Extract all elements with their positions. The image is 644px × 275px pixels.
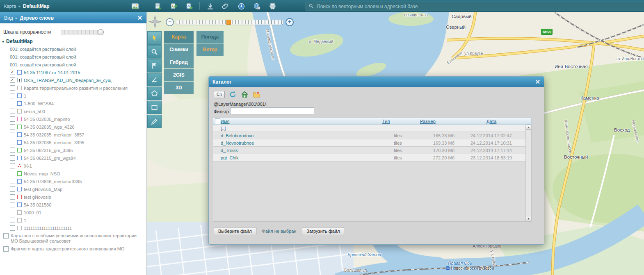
layer-checkbox[interactable]	[10, 186, 15, 192]
layer-tree-item[interactable]: 54 35 021580	[0, 201, 146, 209]
layer-checkbox[interactable]	[10, 116, 15, 122]
map-type-tab[interactable]: Карта	[164, 31, 194, 43]
layer-tree-item[interactable]: 54 35 073846_merkator3395	[0, 177, 146, 185]
layer-checkbox[interactable]: ✓	[10, 70, 15, 75]
layer-tree-item[interactable]: Фрагмент карты градостроительного зониро…	[0, 245, 146, 253]
drive-c-button[interactable]: C:\	[214, 91, 225, 98]
layer-tree-item[interactable]: 001: создаётся растровый слой	[0, 61, 146, 68]
transparency-thumb[interactable]	[98, 29, 104, 35]
layer-checkbox[interactable]	[10, 85, 15, 91]
compass-icon[interactable]	[148, 15, 162, 30]
navigate-icon[interactable]	[236, 1, 247, 11]
tree-root[interactable]: ▾ DefaultMap	[0, 38, 146, 45]
layer-tree-item[interactable]: 54 35 062315_gm_wgs84	[0, 154, 146, 162]
layer-checkbox[interactable]	[10, 148, 15, 153]
pencil-tool[interactable]	[147, 115, 162, 128]
layer-checkbox[interactable]	[10, 124, 15, 130]
zoom-slider-marker[interactable]	[226, 20, 231, 25]
layer-checkbox[interactable]	[10, 218, 15, 223]
layer-tree-item[interactable]: Novos_map_NSO	[0, 170, 146, 177]
close-icon[interactable]: ✕	[535, 79, 540, 85]
polygon-tool[interactable]	[147, 87, 162, 100]
layer-checkbox[interactable]	[10, 171, 15, 176]
layer-tree-item[interactable]: 54 35 032035_merkator_3857	[0, 131, 146, 139]
map-type-tab[interactable]: Гибрид	[164, 56, 194, 68]
layer-tree-item[interactable]: test gNovosib_Map	[0, 185, 146, 193]
layer-checkbox[interactable]: ✓	[10, 77, 15, 83]
close-icon[interactable]: ✕	[137, 15, 142, 21]
transparency-slider[interactable]	[61, 30, 103, 34]
file-row[interactable]: d_Troisktiles170.20 Мб24.12.2014 17:17:1…	[213, 147, 531, 154]
collapse-arrow-icon[interactable]: ▾	[2, 39, 4, 44]
file-row[interactable]: [..]	[213, 125, 531, 132]
layer-tree-item[interactable]: Карата территориального развития и рассе…	[0, 84, 146, 92]
download-icon[interactable]	[205, 1, 215, 11]
scroll-up-icon[interactable]: ▲	[526, 125, 531, 130]
scroll-down-icon[interactable]: ▼	[526, 216, 531, 221]
home-icon[interactable]	[241, 91, 249, 98]
layer-tree-item[interactable]: 001: создаётся растровый слой	[0, 53, 146, 61]
attach-icon[interactable]	[220, 1, 231, 11]
new-folder-icon[interactable]	[253, 91, 260, 98]
layer-tree-item[interactable]: ✓OKS_TRANSP_AD_LIN_Федерал_зн_сущ	[0, 76, 146, 84]
pointer-tool[interactable]	[147, 31, 162, 45]
search-input[interactable]	[316, 3, 644, 10]
layer-tree-item[interactable]: сетка_500	[0, 107, 146, 115]
map-type-tab[interactable]: 2GIS	[164, 69, 194, 81]
dialog-header[interactable]: Каталог ✕	[209, 77, 544, 87]
layer-checkbox[interactable]	[10, 202, 15, 207]
layer-checkbox[interactable]	[10, 179, 15, 184]
layer-tree-item[interactable]: 1	[0, 92, 146, 100]
flag-tool[interactable]	[147, 59, 162, 73]
print-icon[interactable]	[267, 1, 278, 11]
layer-checkbox[interactable]	[10, 109, 15, 114]
sort-by-date[interactable]: Дата	[459, 119, 531, 124]
layer-tree-item[interactable]: ✓54 35 111097 от 14.01.2015	[0, 68, 146, 76]
map-type-tab[interactable]: Снимки	[164, 43, 194, 56]
layer-checkbox[interactable]	[10, 163, 15, 168]
file-row[interactable]: d_Novootrubnoetiles169.33 Мб24.12.2014 1…	[213, 139, 531, 147]
image-icon[interactable]	[130, 1, 140, 11]
layer-checkbox[interactable]	[3, 246, 9, 252]
layer-tree-item[interactable]: 1000_01	[0, 209, 146, 216]
layer-tree-item[interactable]: 54 35 032035_merkator_3395	[0, 139, 146, 146]
file-row[interactable]: d_Beloborodovotiles165.23 Мб24.12.2014 1…	[213, 132, 531, 139]
rectangle-tool[interactable]	[147, 101, 162, 114]
map-overlay-tab[interactable]: Ветер	[196, 43, 224, 56]
layer-checkbox[interactable]	[10, 210, 15, 215]
export-vector-icon[interactable]	[184, 1, 194, 11]
map-overlay-tab[interactable]: Погода	[196, 31, 224, 43]
sort-by-name[interactable]: Имя	[221, 119, 378, 124]
layer-tree-item[interactable]: 54 35 032035_mapinfo	[0, 115, 146, 123]
measure-tool[interactable]	[147, 73, 162, 86]
choose-file-button[interactable]: Выберите файл	[214, 227, 256, 235]
layer-tree-item[interactable]: 001: создаётся растровый слой	[0, 45, 146, 53]
view-menu[interactable]: Вид	[4, 15, 13, 21]
layer-tree-item[interactable]: 1	[0, 216, 146, 224]
layer-checkbox[interactable]	[10, 155, 15, 161]
zoom-slider[interactable]	[176, 20, 283, 25]
layer-tree-item[interactable]: 1111111111111111111111	[0, 224, 146, 232]
zoom-in-button[interactable]: +	[285, 18, 294, 26]
layer-checkbox[interactable]	[10, 225, 15, 231]
map-type-tab[interactable]: 3D	[164, 82, 194, 94]
sort-by-type[interactable]: Тип	[378, 119, 420, 124]
layer-checkbox[interactable]	[10, 93, 15, 98]
layer-checkbox[interactable]	[10, 194, 15, 200]
layer-checkbox[interactable]	[3, 233, 9, 239]
scrollbar[interactable]: ▲ ▼	[525, 125, 531, 221]
magnifier-tool[interactable]	[147, 45, 162, 59]
layer-tree-item[interactable]: 54 35 062315_gm_3395	[0, 146, 146, 154]
layer-checkbox[interactable]	[10, 140, 15, 145]
layer-tree-item[interactable]: 54 35 032035_wgs_4326	[0, 123, 146, 131]
filter-input[interactable]	[230, 107, 314, 114]
sort-by-size[interactable]: Размер	[420, 119, 459, 124]
web-layer-icon[interactable]	[251, 1, 262, 11]
layer-tree-item[interactable]: Карта зон с особыми условиями использова…	[0, 232, 146, 245]
upload-file-button[interactable]: Загрузить файл	[302, 227, 344, 235]
layer-checkbox[interactable]	[10, 132, 15, 137]
zoom-out-button[interactable]: −	[166, 18, 174, 26]
layer-tree-item[interactable]: test gNovosib	[0, 193, 146, 201]
layer-checkbox[interactable]	[10, 101, 15, 106]
layer-tree-item[interactable]: 1-500_WGS84	[0, 100, 146, 107]
